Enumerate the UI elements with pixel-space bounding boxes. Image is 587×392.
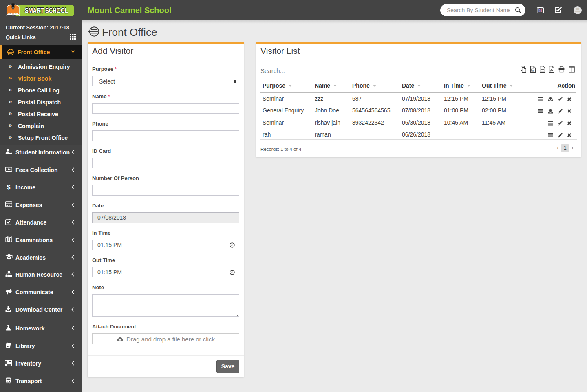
svg-text:x: x bbox=[532, 68, 534, 71]
svg-text:$: $ bbox=[7, 184, 11, 190]
svg-text:SMART SCHOOL: SMART SCHOOL bbox=[25, 7, 68, 15]
